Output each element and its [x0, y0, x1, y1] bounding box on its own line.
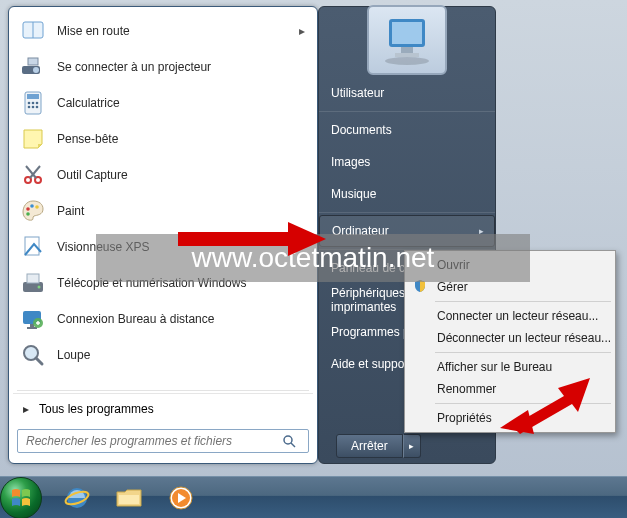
right-panel-label: Aide et support — [331, 357, 412, 371]
svg-rect-6 — [27, 94, 39, 99]
search-input[interactable] — [17, 429, 309, 453]
ctx-label: Propriétés — [437, 411, 492, 425]
program-label: Outil Capture — [57, 168, 128, 182]
calculator-icon — [19, 89, 47, 117]
right-panel-label: Musique — [331, 187, 376, 201]
right-panel-computer[interactable]: Ordinateur ▸ — [319, 215, 495, 247]
program-item-sticky-notes[interactable]: Pense-bête — [13, 121, 313, 157]
program-item-paint[interactable]: Paint — [13, 193, 313, 229]
ctx-properties[interactable]: Propriétés — [407, 407, 613, 429]
scissors-icon — [19, 161, 47, 189]
ctx-label: Afficher sur le Bureau — [437, 360, 552, 374]
svg-point-17 — [26, 207, 30, 211]
program-item-fax-scan[interactable]: Télécopie et numérisation Windows — [13, 265, 313, 301]
ctx-manage[interactable]: Gérer — [407, 276, 613, 298]
program-label: Loupe — [57, 348, 90, 362]
right-panel-images[interactable]: Images — [319, 146, 495, 178]
folder-icon — [115, 486, 143, 510]
program-item-xps-viewer[interactable]: Visionneuse XPS — [13, 229, 313, 265]
program-label: Connexion Bureau à distance — [57, 312, 214, 326]
chevron-right-icon: ▸ — [479, 226, 484, 236]
all-programs-button[interactable]: ▸ Tous les programmes — [13, 393, 313, 423]
program-item-remote-desktop[interactable]: Connexion Bureau à distance — [13, 301, 313, 337]
program-item-snipping-tool[interactable]: Outil Capture — [13, 157, 313, 193]
svg-point-37 — [385, 57, 429, 65]
monitor-icon — [377, 13, 437, 67]
svg-point-7 — [28, 102, 31, 105]
magnifier-icon — [19, 341, 47, 369]
svg-point-9 — [36, 102, 39, 105]
svg-point-10 — [28, 106, 31, 109]
windows-logo-icon — [8, 485, 34, 511]
svg-rect-23 — [27, 274, 39, 283]
program-item-calculator[interactable]: Calculatrice — [13, 85, 313, 121]
right-panel-label: Documents — [331, 123, 392, 137]
svg-rect-40 — [119, 495, 139, 504]
program-label: Se connecter à un projecteur — [57, 60, 211, 74]
ctx-label: Gérer — [437, 280, 468, 294]
ctx-label: Connecter un lecteur réseau... — [437, 309, 598, 323]
divider — [17, 390, 309, 391]
svg-line-32 — [291, 443, 295, 447]
context-menu: Ouvrir Gérer Connecter un lecteur réseau… — [404, 250, 616, 433]
svg-rect-4 — [28, 58, 38, 65]
right-panel-label: Utilisateur — [331, 86, 384, 100]
ctx-label: Déconnecter un lecteur réseau... — [437, 331, 611, 345]
ctx-map-drive[interactable]: Connecter un lecteur réseau... — [407, 305, 613, 327]
svg-point-11 — [32, 106, 35, 109]
remote-desktop-icon — [19, 305, 47, 333]
taskbar-wmp[interactable] — [156, 481, 206, 515]
all-programs-label: Tous les programmes — [39, 402, 154, 416]
svg-point-8 — [32, 102, 35, 105]
svg-point-20 — [26, 212, 30, 216]
svg-rect-36 — [395, 53, 419, 57]
xps-icon — [19, 233, 47, 261]
right-panel-documents[interactable]: Documents — [319, 114, 495, 146]
ctx-show-desktop[interactable]: Afficher sur le Bureau — [407, 356, 613, 378]
right-panel-music[interactable]: Musique — [319, 178, 495, 210]
program-item-mise-en-route[interactable]: Mise en route ▸ — [13, 13, 313, 49]
search-row — [13, 429, 313, 453]
taskbar-explorer[interactable] — [104, 481, 154, 515]
separator — [435, 403, 611, 404]
triangle-right-icon: ▸ — [23, 402, 29, 416]
program-label: Calculatrice — [57, 96, 120, 110]
sticky-note-icon — [19, 125, 47, 153]
ctx-label: Ouvrir — [437, 258, 470, 272]
right-panel-user[interactable]: Utilisateur — [319, 77, 495, 109]
palette-icon — [19, 197, 47, 225]
svg-rect-34 — [392, 22, 422, 44]
shutdown-label: Arrêter — [351, 439, 388, 453]
right-panel-label: Ordinateur — [332, 224, 389, 238]
shutdown-row: Arrêter ▸ — [336, 434, 421, 458]
start-orb[interactable] — [0, 477, 42, 519]
shield-icon — [413, 279, 429, 295]
ctx-disconnect-drive[interactable]: Déconnecter un lecteur réseau... — [407, 327, 613, 349]
search-icon — [279, 431, 299, 451]
separator — [435, 301, 611, 302]
shutdown-button[interactable]: Arrêter — [336, 434, 403, 458]
book-icon — [19, 17, 47, 45]
projector-icon — [19, 53, 47, 81]
taskbar-ie[interactable] — [52, 481, 102, 515]
ctx-open[interactable]: Ouvrir — [407, 254, 613, 276]
svg-point-31 — [284, 436, 292, 444]
start-menu-left-panel: Mise en route ▸ Se connecter à un projec… — [8, 6, 318, 464]
program-item-projector[interactable]: Se connecter à un projecteur — [13, 49, 313, 85]
fax-icon — [19, 269, 47, 297]
program-item-magnifier[interactable]: Loupe — [13, 337, 313, 373]
recent-programs-list: Mise en route ▸ Se connecter à un projec… — [13, 13, 313, 388]
svg-point-19 — [35, 205, 39, 209]
svg-line-30 — [36, 358, 42, 364]
separator — [319, 212, 495, 213]
shutdown-options-dropdown[interactable]: ▸ — [403, 434, 421, 458]
right-panel-label: Images — [331, 155, 370, 169]
media-player-icon — [168, 485, 194, 511]
separator — [319, 111, 495, 112]
ctx-rename[interactable]: Renommer — [407, 378, 613, 400]
user-avatar[interactable] — [367, 5, 447, 75]
program-label: Télécopie et numérisation Windows — [57, 276, 246, 290]
svg-rect-35 — [401, 47, 413, 53]
separator — [435, 352, 611, 353]
chevron-right-icon: ▸ — [299, 24, 305, 38]
